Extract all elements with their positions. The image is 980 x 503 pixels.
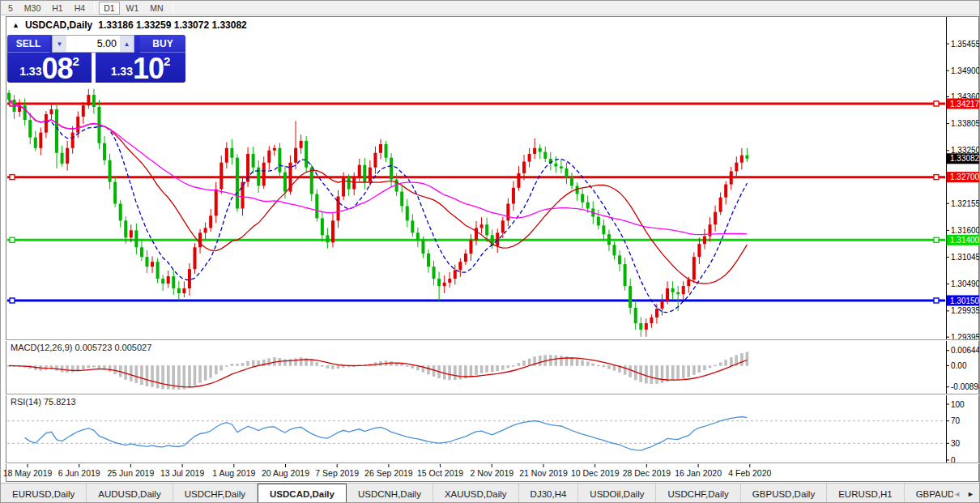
buy-price-prefix: 1.33 [111, 65, 133, 78]
timeframe-button-5[interactable]: 5 [3, 2, 18, 15]
sell-price-display[interactable]: 1.33 08 2 [7, 53, 92, 83]
chart-header: ▲ USDCAD,Daily 1.33186 1.33259 1.33072 1… [12, 19, 247, 31]
chart-tab-xauusd-daily[interactable]: XAUUSD,Daily [433, 484, 519, 503]
chart-tab-eurusd-daily[interactable]: EURUSD,Daily [1, 484, 87, 503]
sell-price-prefix: 1.33 [19, 65, 41, 78]
toolbar-separator [173, 2, 173, 13]
chart-tab-bar: EURUSD,DailyAUDUSD,DailyUSDCHF,DailyUSDC… [1, 483, 980, 503]
timeframe-button-w1[interactable]: W1 [121, 2, 144, 15]
main-macd-separator[interactable] [6, 339, 979, 341]
trade-panel-controls: SELL ▼ ▲ BUY [7, 35, 185, 53]
volume-decrease-button[interactable]: ▼ [53, 36, 66, 52]
toolbar-separator [94, 2, 95, 13]
volume-input[interactable] [66, 36, 120, 52]
buy-button[interactable]: BUY [140, 35, 185, 53]
sell-price-fraction: 2 [72, 54, 79, 68]
one-click-trading-panel: SELL ▼ ▲ BUY 1.33 08 2 1.33 10 2 [7, 35, 185, 83]
chart-tab-eurusd-h1[interactable]: EURUSD,H1 [827, 484, 904, 503]
volume-control: ▼ ▲ [52, 35, 134, 53]
chart-tab-dj30-h4[interactable]: DJ30,H4 [519, 484, 579, 503]
chart-window [6, 16, 979, 482]
chart-ohlc-values: 1.33186 1.33259 1.33072 1.33082 [98, 19, 247, 31]
sell-button[interactable]: SELL [7, 35, 49, 53]
timeframe-button-m30[interactable]: M30 [19, 2, 45, 15]
timeframe-button-mn[interactable]: MN [145, 2, 168, 15]
mt4-terminal-window: 5M30H1H4D1W1MN ▲ USDCAD,Daily 1.33186 1.… [0, 0, 980, 503]
tab-scroll-right-icon[interactable]: ► [967, 490, 974, 498]
chart-tab-usdchf-daily[interactable]: USDCHF,Daily [656, 484, 740, 503]
timeframe-button-h4[interactable]: H4 [70, 2, 90, 15]
sell-price-pips: 08 [41, 57, 72, 81]
chart-tab-audusd-daily[interactable]: AUDUSD,Daily [87, 484, 173, 503]
timeframe-toolbar: 5M30H1H4D1W1MN [1, 1, 980, 15]
tab-scroll-left-icon[interactable]: ◄ [953, 490, 961, 498]
buy-price-pips: 10 [133, 57, 164, 81]
chart-tab-usdoil-daily[interactable]: USDOil,Daily [578, 484, 656, 503]
timeframe-button-d1[interactable]: D1 [99, 2, 119, 15]
timeframe-button-h1[interactable]: H1 [47, 2, 67, 15]
rsi-dateaxis-separator[interactable] [6, 463, 979, 464]
macd-rsi-separator[interactable] [6, 394, 979, 395]
collapse-panel-icon[interactable]: ▲ [12, 21, 19, 29]
rsi-indicator-label: RSI(14) 75.8213 [11, 397, 76, 407]
chart-tab-gbpusd-daily[interactable]: GBPUSD,Daily [741, 484, 827, 503]
macd-indicator-label: MACD(12,26,9) 0.005723 0.005027 [11, 343, 151, 352]
buy-price-fraction: 2 [164, 54, 170, 68]
chart-tab-strip: EURUSD,DailyAUDUSD,DailyUSDCHF,DailyUSDC… [1, 484, 953, 503]
chart-tab-usdcad-daily[interactable]: USDCAD,Daily [258, 484, 347, 503]
chart-tab-gbpaud-h1[interactable]: GBPAUD,H1 [905, 484, 953, 503]
buy-price-display[interactable]: 1.33 10 2 [96, 53, 185, 83]
volume-increase-button[interactable]: ▲ [120, 36, 134, 52]
chart-tab-usdchf-daily[interactable]: USDCHF,Daily [173, 484, 258, 503]
chart-tab-usdcnh-daily[interactable]: USDCNH,Daily [347, 484, 433, 503]
tab-scroll-arrows: ◄ ► [953, 484, 980, 503]
chart-symbol-title: USDCAD,Daily [25, 19, 92, 31]
